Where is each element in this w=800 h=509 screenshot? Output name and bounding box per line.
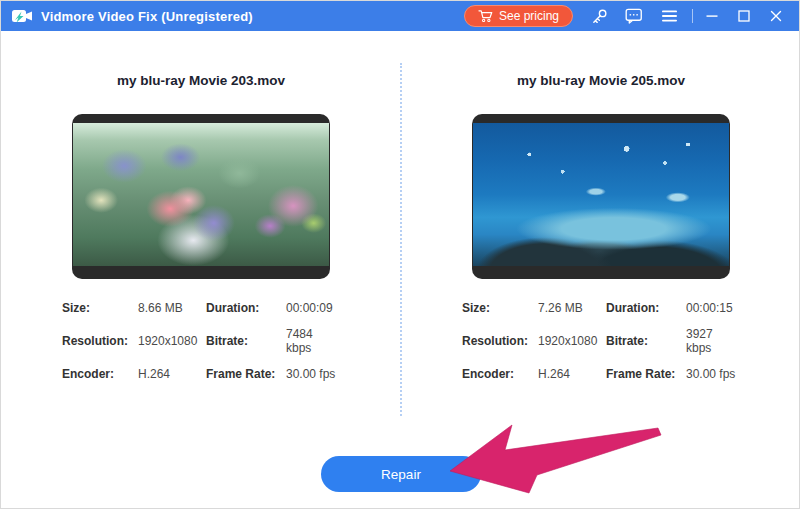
- close-button[interactable]: [763, 7, 789, 25]
- video-filename: my blu-ray Movie 203.mov: [1, 73, 401, 88]
- titlebar-separator: [692, 9, 693, 23]
- meta-value-encoder: H.264: [138, 367, 206, 381]
- video-preview-flowers: [72, 114, 330, 279]
- meta-value-size: 8.66 MB: [138, 301, 206, 315]
- meta-value-duration: 00:00:15: [686, 301, 740, 315]
- video-panel-result: my blu-ray Movie 205.mov Size: 7.26 MB D…: [401, 31, 800, 381]
- title-bar: Vidmore Video Fix (Unregistered) See pri…: [1, 1, 799, 31]
- feedback-button[interactable]: [625, 7, 643, 25]
- menu-button[interactable]: [660, 7, 678, 25]
- meta-label-duration: Duration:: [606, 301, 686, 315]
- shopping-cart-icon: [478, 9, 493, 23]
- meta-value-duration: 00:00:09: [286, 301, 340, 315]
- meta-value-size: 7.26 MB: [538, 301, 606, 315]
- window-title: Vidmore Video Fix (Unregistered): [41, 9, 253, 24]
- meta-value-resolution: 1920x1080: [538, 334, 606, 348]
- meta-label-bitrate: Bitrate:: [606, 334, 686, 348]
- meta-value-bitrate: 3927 kbps: [686, 327, 740, 355]
- close-icon: [770, 10, 782, 22]
- meta-value-resolution: 1920x1080: [138, 334, 206, 348]
- main-content: my blu-ray Movie 203.mov Size: 8.66 MB D…: [1, 31, 799, 508]
- meta-label-bitrate: Bitrate:: [206, 334, 286, 348]
- see-pricing-label: See pricing: [499, 9, 559, 23]
- meta-label-size: Size:: [62, 301, 138, 315]
- video-panel-source: my blu-ray Movie 203.mov Size: 8.66 MB D…: [1, 31, 401, 381]
- register-key-button[interactable]: [590, 7, 608, 25]
- minimize-button[interactable]: [699, 7, 725, 25]
- meta-label-resolution: Resolution:: [62, 334, 138, 348]
- maximize-icon: [738, 10, 750, 22]
- video-frame-underwater: [473, 123, 729, 266]
- meta-label-framerate: Frame Rate:: [206, 367, 286, 381]
- meta-label-framerate: Frame Rate:: [606, 367, 686, 381]
- video-filename: my blu-ray Movie 205.mov: [401, 73, 800, 88]
- video-frame-flower-shop: [73, 123, 329, 266]
- meta-label-resolution: Resolution:: [462, 334, 538, 348]
- video-metadata: Size: 8.66 MB Duration: 00:00:09 Resolut…: [62, 301, 340, 381]
- app-window: Vidmore Video Fix (Unregistered) See pri…: [0, 0, 800, 509]
- repair-button[interactable]: Repair: [321, 456, 481, 492]
- meta-value-bitrate: 7484 kbps: [286, 327, 340, 355]
- meta-label-duration: Duration:: [206, 301, 286, 315]
- maximize-button[interactable]: [731, 7, 757, 25]
- hamburger-menu-icon: [661, 9, 678, 23]
- meta-label-encoder: Encoder:: [62, 367, 138, 381]
- key-icon: [591, 8, 608, 25]
- meta-label-encoder: Encoder:: [462, 367, 538, 381]
- minimize-icon: [706, 10, 718, 22]
- feedback-bubble-icon: [625, 8, 643, 24]
- titlebar-actions: See pricing: [464, 5, 789, 27]
- video-preview-ocean: [472, 114, 730, 279]
- see-pricing-button[interactable]: See pricing: [464, 5, 573, 27]
- meta-value-framerate: 30.00 fps: [286, 367, 340, 381]
- app-logo-icon: [11, 7, 33, 25]
- meta-value-framerate: 30.00 fps: [686, 367, 740, 381]
- meta-value-encoder: H.264: [538, 367, 606, 381]
- video-metadata: Size: 7.26 MB Duration: 00:00:15 Resolut…: [462, 301, 740, 381]
- meta-label-size: Size:: [462, 301, 538, 315]
